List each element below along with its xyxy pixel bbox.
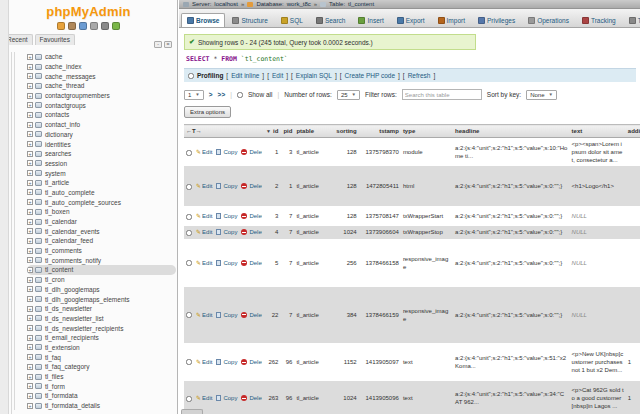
expand-icon[interactable]: + xyxy=(27,170,33,176)
tab-operations[interactable]: Operations xyxy=(522,13,575,27)
expand-icon[interactable]: + xyxy=(27,180,33,186)
tab-export[interactable]: Export xyxy=(391,13,431,27)
expand-icon[interactable]: + xyxy=(27,209,33,215)
expand-icon[interactable]: + xyxy=(27,151,33,157)
sidebar-table-tl_auto_complete[interactable]: +tl_auto_complete xyxy=(27,188,176,198)
expand-icon[interactable]: + xyxy=(27,160,33,166)
profiling-link-explain-sql[interactable]: Explain SQL xyxy=(296,72,332,79)
tab-import[interactable]: Import xyxy=(432,13,471,27)
expand-icon[interactable]: + xyxy=(27,374,33,380)
column-header-headline[interactable]: headline xyxy=(453,125,569,138)
row-checkbox[interactable] xyxy=(186,396,192,402)
column-header-sorting[interactable]: sorting xyxy=(333,125,359,138)
sidebar-table-tl_faq[interactable]: +tl_faq xyxy=(27,352,176,362)
sidebar-table-tl_email_recipients[interactable]: +tl_email_recipients xyxy=(27,333,176,343)
profiling-link-create-php-code[interactable]: Create PHP code xyxy=(345,72,395,79)
edit-row-button[interactable]: ✎Edit xyxy=(196,260,212,266)
expand-icon[interactable]: + xyxy=(27,112,33,118)
sidebar-table-tl_ds_newsletter_list[interactable]: +tl_ds_newsletter_list xyxy=(27,314,176,324)
breadcrumb-table-link[interactable]: tl_content xyxy=(348,1,374,7)
expand-icon[interactable]: + xyxy=(27,315,33,321)
copy-row-button[interactable]: Copy xyxy=(216,395,237,401)
sidebar-table-tl_dlh_googlemaps_elements[interactable]: +tl_dlh_googlemaps_elements xyxy=(27,294,176,304)
sidebar-table-tl_calendar_feed[interactable]: +tl_calendar_feed xyxy=(27,236,176,246)
sidebar-table-identities[interactable]: +identities xyxy=(27,139,176,149)
tab-sql[interactable]: SQL xyxy=(275,13,309,27)
breadcrumb-db-link[interactable]: work_t8c xyxy=(287,1,311,7)
sidebar-resize-strip[interactable] xyxy=(0,0,9,414)
tab-search[interactable]: Search xyxy=(310,13,352,27)
expand-icon[interactable]: + xyxy=(27,141,33,147)
expand-icon[interactable]: + xyxy=(27,189,33,195)
collapse-all-icon[interactable]: - xyxy=(154,41,162,48)
expand-icon[interactable]: + xyxy=(27,102,33,108)
edit-row-button[interactable]: ✎Edit xyxy=(196,359,212,365)
copy-row-button[interactable]: Copy xyxy=(216,260,237,266)
column-header-addimage[interactable]: addimage xyxy=(626,125,640,138)
column-header-text[interactable]: text xyxy=(570,125,626,138)
edit-row-button[interactable]: ✎Edit xyxy=(196,183,212,189)
column-header-type[interactable]: type xyxy=(401,125,453,138)
sidebar-table-contact_info[interactable]: +contact_info xyxy=(27,120,176,130)
sidebar-table-tl_faq_category[interactable]: +tl_faq_category xyxy=(27,362,176,372)
logout-icon[interactable] xyxy=(68,22,76,30)
expand-icon[interactable]: + xyxy=(27,354,33,360)
tab-privileges[interactable]: Privileges xyxy=(472,13,521,27)
profiling-link-edit[interactable]: Edit xyxy=(272,72,283,79)
next-page-button[interactable]: > xyxy=(209,91,213,98)
row-checkbox[interactable] xyxy=(186,184,192,190)
delete-row-button[interactable]: Delete xyxy=(241,213,262,219)
sidebar-table-tl_auto_complete_sources[interactable]: +tl_auto_complete_sources xyxy=(27,197,176,207)
copy-row-button[interactable]: Copy xyxy=(216,213,237,219)
number-of-rows-select[interactable]: 25 ▼ xyxy=(337,90,360,100)
edit-row-button[interactable]: ✎Edit xyxy=(196,395,212,401)
sidebar-table-dictionary[interactable]: +dictionary xyxy=(27,130,176,140)
sidebar-table-cache_thread[interactable]: +cache_thread xyxy=(27,81,176,91)
sidebar-table-tl_form[interactable]: +tl_form xyxy=(27,381,176,391)
column-header-ptable[interactable]: ptable xyxy=(294,125,332,138)
sidebar-table-tl_comments_notify[interactable]: +tl_comments_notify xyxy=(27,255,176,265)
expand-icon[interactable]: + xyxy=(27,131,33,137)
sort-by-key-select[interactable]: None ▼ xyxy=(526,90,557,100)
show-all-checkbox[interactable] xyxy=(237,92,243,98)
extra-options-button[interactable]: Extra options xyxy=(184,106,231,118)
sidebar-table-contacts[interactable]: +contacts xyxy=(27,110,176,120)
expand-icon[interactable]: + xyxy=(27,122,33,128)
settings-icon[interactable] xyxy=(101,22,109,30)
expand-icon[interactable]: + xyxy=(27,83,33,89)
last-page-button[interactable]: >> xyxy=(218,91,226,98)
edit-row-button[interactable]: ✎Edit xyxy=(196,312,212,318)
delete-row-button[interactable]: Delete xyxy=(241,183,262,189)
profiling-link-edit-inline[interactable]: Edit inline xyxy=(231,72,259,79)
expand-icon[interactable]: + xyxy=(27,393,33,399)
tab-browse[interactable]: Browse xyxy=(181,13,225,27)
breadcrumb-server-link[interactable]: localhost xyxy=(214,1,238,7)
delete-row-button[interactable]: Delete xyxy=(241,359,262,365)
delete-row-button[interactable]: Delete xyxy=(241,149,262,155)
copy-row-button[interactable]: Copy xyxy=(216,229,237,235)
delete-row-button[interactable]: Delete xyxy=(241,395,262,401)
docs-icon[interactable] xyxy=(90,22,98,30)
sidebar-table-tl_content[interactable]: +tl_content xyxy=(27,265,176,275)
row-checkbox[interactable] xyxy=(186,150,192,156)
sql-window-icon[interactable] xyxy=(79,22,87,30)
sidebar-table-tl_ds_newsletter[interactable]: +tl_ds_newsletter xyxy=(27,304,176,314)
tab-favourites[interactable]: Favourites xyxy=(35,34,75,45)
console-tab[interactable] xyxy=(181,409,203,414)
expand-icon[interactable]: + xyxy=(27,228,33,234)
sidebar-table-tl_calendar[interactable]: +tl_calendar xyxy=(27,217,176,227)
expand-icon[interactable]: + xyxy=(27,54,33,60)
sidebar-table-tl_article[interactable]: +tl_article xyxy=(27,178,176,188)
sidebar-table-contactgroupmembers[interactable]: +contactgroupmembers xyxy=(27,91,176,101)
page-select[interactable]: 1 ▼ xyxy=(184,90,204,100)
row-checkbox[interactable] xyxy=(186,230,192,236)
sidebar-table-tl_ds_newsletter_recipients[interactable]: +tl_ds_newsletter_recipients xyxy=(27,323,176,333)
sidebar-table-cache[interactable]: +cache xyxy=(27,52,176,62)
expand-icon[interactable]: + xyxy=(27,238,33,244)
copy-row-button[interactable]: Copy xyxy=(216,149,237,155)
edit-row-button[interactable]: ✎Edit xyxy=(196,229,212,235)
expand-icon[interactable]: + xyxy=(27,93,33,99)
filter-rows-input[interactable] xyxy=(402,89,482,100)
delete-row-button[interactable]: Delete xyxy=(241,312,262,318)
expand-icon[interactable]: + xyxy=(27,306,33,312)
